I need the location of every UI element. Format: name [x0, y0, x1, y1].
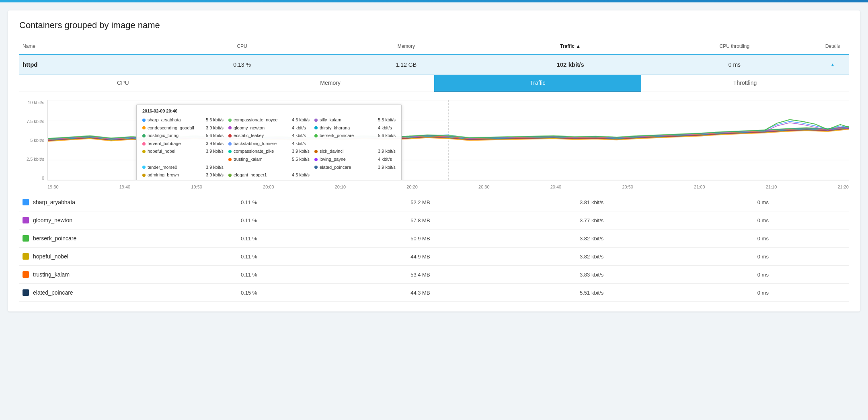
dot-berserk-poincare — [314, 134, 318, 137]
table-header: Name CPU Memory Traffic ▲ CPU throttling… — [19, 39, 849, 55]
x-label-2050: 20:50 — [622, 184, 633, 189]
x-label-2030: 20:30 — [478, 184, 490, 189]
y-label-25: 2.5 kbit/s — [27, 157, 44, 162]
table-row: elated_poincare 0.15 % 44.3 MB 5.51 kbit… — [19, 284, 849, 302]
x-label-2000: 20:00 — [263, 184, 274, 189]
container-memory-2: 57.8 MB — [334, 217, 506, 223]
container-memory-3: 50.9 MB — [334, 236, 506, 242]
tooltip-item-4: condescending_goodall 3.9 kbit/s — [142, 125, 224, 132]
table-row: hopeful_nobel 0.11 % 44.9 MB 3.82 kbit/s… — [19, 248, 849, 266]
httpd-chevron[interactable] — [817, 60, 849, 70]
dot-hopeful-nobel — [142, 150, 146, 153]
container-name-1: sharp_aryabhata — [33, 199, 75, 205]
container-cpu-6: 0.15 % — [163, 290, 334, 296]
httpd-memory: 1.12 GB — [324, 60, 488, 70]
color-indicator-5 — [23, 271, 29, 278]
color-indicator-6 — [23, 289, 29, 296]
container-name-2: gloomy_newton — [33, 217, 72, 223]
tooltip-item-27: distracted_visvesvaraya 4 kbit/s — [314, 180, 396, 180]
page-title: Containers grouped by image name — [19, 20, 849, 31]
col-name: Name — [19, 42, 160, 51]
col-memory[interactable]: Memory — [324, 42, 488, 51]
container-name-cell-4: hopeful_nobel — [23, 253, 163, 260]
x-label-2110: 21:10 — [766, 184, 777, 189]
tooltip-item-9: berserk_poincare 5.6 kbit/s — [314, 132, 396, 139]
tooltip-item-13: hopeful_nobel 3.9 kbit/s — [142, 148, 224, 155]
container-throttling-2: 0 ms — [677, 217, 849, 223]
tooltip-time: 2016-02-09 20:46 — [142, 109, 396, 113]
tab-cpu[interactable]: CPU — [19, 75, 227, 92]
dot-nostalgic-turing — [142, 134, 146, 137]
y-axis: 10 kbit/s 7.5 kbit/s 5 kbit/s 2.5 kbit/s… — [19, 100, 47, 180]
tooltip-item-2: compassionate_noyce 4.6 kbit/s — [228, 117, 310, 124]
tab-throttling[interactable]: Throttling — [641, 75, 849, 92]
container-memory-5: 53.4 MB — [334, 272, 506, 278]
table-row: gloomy_newton 0.11 % 57.8 MB 3.77 kbit/s… — [19, 211, 849, 229]
y-label-5: 5 kbit/s — [30, 138, 44, 143]
container-traffic-1: 3.81 kbit/s — [506, 199, 677, 205]
container-cpu-2: 0.11 % — [163, 217, 334, 223]
tooltip-item-22: admiring_brown 3.9 kbit/s — [142, 172, 224, 179]
dot-ecstatic-leakey — [228, 134, 232, 137]
dot-tender-morse0 — [142, 166, 146, 169]
tooltip-item-1: sharp_aryabhata 5.6 kbit/s — [142, 117, 224, 124]
x-axis: 19:30 19:40 19:50 20:00 20:10 20:20 20:3… — [19, 184, 849, 189]
sub-tabs: CPU Memory Traffic Throttling — [19, 75, 849, 92]
x-label-2120: 21:20 — [837, 184, 849, 189]
container-throttling-1: 0 ms — [677, 199, 849, 205]
dot-sick-davinci — [314, 150, 318, 153]
tooltip-item-15: sick_davinci 3.9 kbit/s — [314, 148, 396, 155]
container-memory-4: 44.9 MB — [334, 254, 506, 260]
dot-elated-poincare — [314, 166, 318, 169]
dot-thirsty-khorana — [314, 126, 318, 129]
col-details: Details — [817, 42, 849, 51]
table-row: trusting_kalam 0.11 % 53.4 MB 3.83 kbit/… — [19, 266, 849, 284]
container-traffic-3: 3.82 kbit/s — [506, 236, 677, 242]
col-throttling[interactable]: CPU throttling — [653, 42, 817, 51]
color-indicator-2 — [23, 217, 29, 223]
container-traffic-5: 3.83 kbit/s — [506, 272, 677, 278]
color-indicator-3 — [23, 235, 29, 242]
container-throttling-3: 0 ms — [677, 236, 849, 242]
tooltip-item-23: elegant_hopper1 4.5 kbit/s — [228, 172, 310, 179]
container-name-cell-2: gloomy_newton — [23, 217, 163, 223]
container-cpu-5: 0.11 % — [163, 272, 334, 278]
x-label-1930: 19:30 — [47, 184, 59, 189]
y-label-0: 0 — [42, 176, 44, 180]
container-cpu-3: 0.11 % — [163, 236, 334, 242]
httpd-throttling: 0 ms — [653, 60, 817, 70]
tooltip-item-10: fervent_babbage 3.9 kbit/s — [142, 140, 224, 148]
container-name-cell-3: berserk_poincare — [23, 235, 163, 242]
col-traffic[interactable]: Traffic ▲ — [488, 42, 653, 51]
col-cpu[interactable]: CPU — [160, 42, 324, 51]
container-name-5: trusting_kalam — [33, 271, 70, 278]
chart-canvas: 2016-02-09 20:46 sharp_aryabhata 5.6 kbi… — [47, 100, 849, 180]
tooltip-item-14: compassionate_pike 3.9 kbit/s — [228, 148, 310, 155]
container-traffic-4: 3.82 kbit/s — [506, 254, 677, 260]
y-label-75: 7.5 kbit/s — [27, 119, 44, 124]
container-name-cell-1: sharp_aryabhata — [23, 199, 163, 205]
color-indicator-4 — [23, 253, 29, 260]
container-memory-1: 52.2 MB — [334, 199, 506, 205]
container-throttling-6: 0 ms — [677, 290, 849, 296]
container-traffic-2: 3.77 kbit/s — [506, 217, 677, 223]
tab-traffic[interactable]: Traffic — [434, 75, 642, 92]
chart-tooltip: 2016-02-09 20:46 sharp_aryabhata 5.6 kbi… — [136, 104, 402, 180]
dot-compassionate-noyce — [228, 119, 232, 122]
httpd-cpu: 0.13 % — [160, 60, 324, 70]
dot-backstabbing-lumiere — [228, 142, 232, 145]
tooltip-item-8: ecstatic_leakey 4 kbit/s — [228, 132, 310, 139]
x-label-1940: 19:40 — [119, 184, 131, 189]
container-name-4: hopeful_nobel — [33, 253, 68, 260]
tooltip-item-5: gloomy_newton 4 kbit/s — [228, 125, 310, 132]
container-cpu-4: 0.11 % — [163, 254, 334, 260]
dot-loving-payne — [314, 158, 318, 161]
tooltip-item-25: insane_brattain 4 kbit/s — [142, 180, 224, 180]
dot-trusting-kalam — [228, 158, 232, 161]
tab-memory[interactable]: Memory — [227, 75, 434, 92]
tooltip-item-21: elated_poincare 3.9 kbit/s — [314, 164, 396, 171]
chart-area: 10 kbit/s 7.5 kbit/s 5 kbit/s 2.5 kbit/s… — [19, 100, 849, 180]
x-label-2100: 21:00 — [694, 184, 705, 189]
container-memory-6: 44.3 MB — [334, 290, 506, 296]
httpd-name-cell: httpd — [19, 59, 160, 70]
